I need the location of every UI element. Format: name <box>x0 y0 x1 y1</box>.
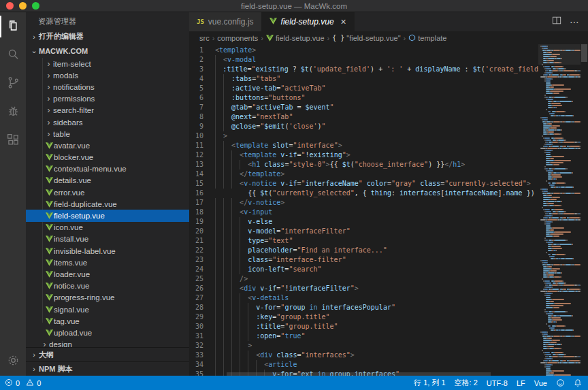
code-line[interactable]: 13<h1 class="style-0">{{ $t("choose_inte… <box>189 160 538 169</box>
code-line[interactable]: 8@next="nextTab" <box>189 112 538 122</box>
breadcrumb-field-setupvue[interactable]: { }"field-setup.vue" <box>332 34 400 42</box>
code-line[interactable]: 4:tabs="tabs" <box>189 74 538 84</box>
close-icon[interactable]: × <box>341 17 346 27</box>
code-line[interactable]: 25/> <box>189 274 538 284</box>
tree-item-progress-ring-vue[interactable]: progress-ring.vue <box>26 292 189 304</box>
tree-item-table[interactable]: ›table <box>26 128 189 140</box>
npm-scripts-section[interactable]: › NPM 脚本 <box>26 361 189 376</box>
tree-item-sidebars[interactable]: ›sidebars <box>26 116 189 128</box>
tree-item-field-duplicate-vue[interactable]: field-duplicate.vue <box>26 198 189 210</box>
notifications-bell-icon[interactable] <box>574 378 582 387</box>
tree-item-tag-vue[interactable]: tag.vue <box>26 315 189 327</box>
minimap[interactable] <box>538 44 581 376</box>
open-editors-section[interactable]: › 打开的编辑器 <box>26 29 189 44</box>
tree-item-notice-vue[interactable]: notice.vue <box>26 280 189 292</box>
tree-item-notifications[interactable]: ›notifications <box>26 81 189 93</box>
code-line[interactable]: 3:title="existing ? $t('update_field') +… <box>189 65 538 74</box>
code-line[interactable]: 7@tab="activeTab = $event" <box>189 103 538 112</box>
tree-item-blocker-vue[interactable]: blocker.vue <box>26 152 189 163</box>
problems-status[interactable]: 0 0 <box>5 378 41 388</box>
tree-item-details-vue[interactable]: details.vue <box>26 175 189 186</box>
scrollbar-thumb[interactable] <box>227 372 491 376</box>
code-line[interactable]: 6:buttons="buttons" <box>189 93 538 103</box>
tree-item-contextual-menu-vue[interactable]: contextual-menu.vue <box>26 163 189 175</box>
activity-explorer[interactable] <box>0 12 26 41</box>
maximize-window-button[interactable] <box>32 2 39 10</box>
code-line[interactable]: 2<v-modal <box>189 55 538 65</box>
tree-item-loader-vue[interactable]: loader.vue <box>26 268 189 280</box>
activity-extensions[interactable] <box>0 127 26 155</box>
activity-search[interactable] <box>0 41 26 69</box>
code-line[interactable]: 5:active-tab="activeTab" <box>189 84 538 93</box>
tree-item-search-filter[interactable]: ›search-filter <box>26 105 189 116</box>
minimap-viewport[interactable] <box>538 44 581 65</box>
activity-run-debug[interactable] <box>0 98 26 127</box>
split-editor-icon[interactable] <box>552 16 561 28</box>
code-line[interactable]: 14</template> <box>189 169 538 179</box>
code-line[interactable]: 33<div class="interfaces"> <box>189 351 538 360</box>
code-line[interactable]: 15<v-notice v-if="interfaceName" color="… <box>189 179 538 189</box>
code-line[interactable]: 12<template v-if="!existing"> <box>189 150 538 160</box>
tree-item-invisible-label-vue[interactable]: invisible-label.vue <box>26 245 189 257</box>
vertical-scrollbar[interactable] <box>581 44 588 376</box>
minimize-window-button[interactable] <box>19 2 27 10</box>
code-line[interactable]: 18<v-input <box>189 208 538 217</box>
code-line[interactable]: 30:title="group.title" <box>189 322 538 331</box>
language-mode[interactable]: Vue <box>534 379 547 387</box>
cursor-position[interactable]: 行 1, 列 1 <box>414 378 445 388</box>
code-line[interactable]: 17</v-notice> <box>189 198 538 208</box>
workspace-root-section[interactable]: ⌄ MACWK.COM <box>26 44 189 58</box>
tab-field-setup-vue[interactable]: field-setup.vue× <box>262 12 355 31</box>
code-line[interactable]: 24icon-left="search" <box>189 265 538 274</box>
tree-item-upload-vue[interactable]: upload.vue <box>26 327 189 338</box>
breadcrumb-field-setupvue[interactable]: field-setup.vue <box>266 34 325 42</box>
tree-item-design[interactable]: ›design <box>26 339 189 348</box>
tab-label: field-setup.vue <box>281 17 334 27</box>
activity-source-control[interactable] <box>0 69 26 98</box>
tree-item-install-vue[interactable]: install.vue <box>26 233 189 245</box>
code-line[interactable]: 9@close="$emit('close')" <box>189 122 538 131</box>
code-line[interactable]: 10> <box>189 131 538 141</box>
minimap-line <box>540 246 581 247</box>
tree-item-item-select[interactable]: ›item-select <box>26 58 189 69</box>
code-line[interactable]: 27<v-details <box>189 293 538 303</box>
close-window-button[interactable] <box>6 2 14 10</box>
code-line[interactable]: 32> <box>189 341 538 351</box>
feedback-smiley-icon[interactable] <box>556 378 565 387</box>
breadcrumb-components[interactable]: components <box>217 34 258 42</box>
eol-status[interactable]: LF <box>517 379 525 387</box>
code-line[interactable]: 20v-model="interfaceFilter" <box>189 227 538 236</box>
scrollbar-thumb[interactable] <box>581 44 587 62</box>
code-line[interactable]: 21type="text" <box>189 236 538 246</box>
horizontal-scrollbar[interactable] <box>227 372 534 376</box>
code-line[interactable]: 16 {{ $t("currently_selected", { thing: … <box>189 189 538 198</box>
tree-item-avatar-vue[interactable]: avatar.vue <box>26 140 189 151</box>
indentation-status[interactable]: 空格: 2 <box>455 378 478 388</box>
breadcrumb-template[interactable]: template <box>408 34 446 42</box>
tab-vue-config-js[interactable]: JSvue.config.js <box>189 12 262 31</box>
tree-item-icon-vue[interactable]: icon.vue <box>26 222 189 233</box>
activity-settings[interactable] <box>0 347 26 376</box>
code-line[interactable]: 22placeholder="Find an interface..." <box>189 246 538 255</box>
code-line[interactable]: 26<div v-if="!interfaceFilter"> <box>189 284 538 293</box>
encoding-status[interactable]: UTF-8 <box>487 379 508 387</box>
code-line[interactable]: 31:open="true" <box>189 331 538 341</box>
tree-item-items-vue[interactable]: items.vue <box>26 257 189 268</box>
outline-section[interactable]: › 大纲 <box>26 347 189 361</box>
tree-item-permissions[interactable]: ›permissions <box>26 93 189 105</box>
code-line[interactable]: 19v-else <box>189 217 538 227</box>
code-area[interactable]: 1<template>2<v-modal3:title="existing ? … <box>189 44 538 376</box>
code-line[interactable]: 29:key="group.title" <box>189 312 538 322</box>
tree-item-modals[interactable]: ›modals <box>26 69 189 81</box>
code-line[interactable]: 1<template> <box>189 46 538 55</box>
code-line[interactable]: 23class="interface-filter" <box>189 255 538 265</box>
more-actions-button[interactable]: ⋯ <box>570 16 580 27</box>
code-line[interactable]: 28v-for="group in interfacesPopular" <box>189 303 538 312</box>
tree-item-signal-vue[interactable]: signal.vue <box>26 304 189 315</box>
breadcrumb-src[interactable]: src <box>199 34 210 42</box>
code-line[interactable]: 34<article <box>189 360 538 370</box>
tree-item-error-vue[interactable]: error.vue <box>26 186 189 198</box>
code-editor[interactable]: 1<template>2<v-modal3:title="existing ? … <box>189 44 588 376</box>
code-line[interactable]: 11<template slot="interface"> <box>189 141 538 150</box>
tree-item-field-setup-vue[interactable]: field-setup.vue <box>26 210 189 221</box>
